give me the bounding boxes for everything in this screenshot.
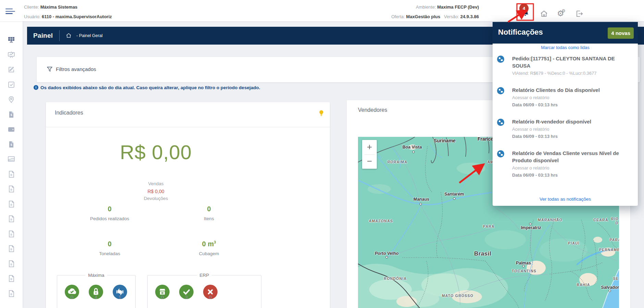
- stat-label: Toneladas: [69, 251, 151, 256]
- notification-date: Data 06/09 - 03:13 hrs: [512, 172, 632, 178]
- notification-title: Pedido:[117751] - CLEYTON SANTANA DE SOU…: [512, 55, 632, 69]
- mark-all-read-link[interactable]: Marcar todas como lidas: [493, 45, 638, 50]
- breadcrumb: - Painel Geral: [76, 33, 102, 38]
- map-city-dot: [609, 290, 611, 292]
- sidebar-item-locations[interactable]: [7, 95, 15, 104]
- map-state-label: RIO G: [611, 217, 619, 221]
- svg-text:$: $: [11, 113, 12, 117]
- offer-version-info: Oferta: MaxGestão plus Versão: 24.9.3.86: [391, 14, 479, 19]
- funnel-icon: [47, 66, 53, 72]
- map-city-dot: [522, 265, 525, 268]
- notification-date: Data 06/09 - 03:13 hrs: [512, 102, 632, 108]
- map-city-label: Salvador: [601, 285, 619, 290]
- vendedores-title: Vendedores: [358, 107, 387, 113]
- page-title: Painel: [33, 32, 53, 39]
- map-state-label: BAHIA: [577, 283, 590, 287]
- zoom-in-button[interactable]: +: [362, 140, 377, 154]
- notification-subtext[interactable]: Acessar o relatório: [512, 165, 632, 171]
- status-count: 4: [89, 294, 103, 300]
- map-city-label: Boa Vista: [402, 145, 422, 150]
- stat-label: Cubagem: [168, 251, 250, 256]
- map-state-label: AMAZONAS: [369, 219, 393, 223]
- filters-label: Filtros avançados: [56, 66, 96, 72]
- notification-date: Data 06/09 - 03:13 hrs: [512, 133, 632, 140]
- map-city-dot: [529, 223, 532, 225]
- notification-subtext: VlAtend: R$679 - %Desc:0 - %Lucr:0.3677: [512, 70, 632, 76]
- notification-item-1[interactable]: Pedido:[117751] - CLEYTON SANTANA DE SOU…: [493, 55, 638, 76]
- edit-icon: [7, 66, 15, 74]
- sidebar-nav: $$: [0, 21, 23, 308]
- sidebar-item-report-9[interactable]: [7, 289, 15, 298]
- user-info: Usuário: 6110 - maxima.SupervisorAutoriz: [24, 14, 112, 19]
- sidebar-item-analytics[interactable]: [7, 155, 15, 163]
- presentation-icon: [7, 51, 15, 59]
- sidebar-item-edit-order[interactable]: [7, 66, 15, 74]
- breadcrumb-home-icon[interactable]: [66, 33, 72, 38]
- sidebar-item-report-4[interactable]: [7, 215, 15, 223]
- notification-item-3[interactable]: Relatório R-vendedor disponívelAcessar o…: [493, 118, 638, 140]
- sidebar-item-billing[interactable]: $: [7, 110, 15, 119]
- document-icon: [7, 200, 15, 208]
- zoom-out-button[interactable]: −: [362, 154, 377, 169]
- notification-count-badge: 4: [519, 3, 529, 13]
- lightbulb-icon[interactable]: [318, 110, 324, 117]
- document-icon: [7, 274, 15, 283]
- invoice-icon: $: [7, 110, 15, 119]
- notification-item-2[interactable]: Relatório Clientes do Dia disponívelAces…: [493, 86, 638, 108]
- stat-label: Pedidos realizados: [69, 216, 151, 221]
- status-count: 0: [155, 294, 170, 300]
- group-erp: ERP030: [147, 273, 261, 308]
- notification-chat-icon: [497, 119, 504, 126]
- client-info: Cliente: Máxima Sistemas: [24, 4, 77, 10]
- sidebar-item-report-2[interactable]: [7, 185, 15, 193]
- status-count: 1: [113, 294, 127, 300]
- document-icon: [7, 245, 15, 253]
- document-icon: [7, 185, 15, 193]
- sidebar-item-report-5[interactable]: [7, 230, 15, 238]
- sidebar-item-report-6[interactable]: [7, 245, 15, 253]
- sidebar-item-tasks[interactable]: [7, 81, 15, 89]
- document-icon: [7, 289, 15, 298]
- map-state-label: MATO GROSSO: [442, 294, 473, 298]
- sidebar-item-wallet[interactable]: [7, 125, 15, 133]
- map-state-label: D: [616, 221, 619, 225]
- notification-item-4[interactable]: Relatório de Vendas Cliente versus Nível…: [493, 150, 638, 178]
- stat-label: Itens: [168, 216, 250, 221]
- indicadores-card: Indicadores R$ 0,00 Vendas R$ 0,00 Devol…: [46, 102, 330, 308]
- notification-subtext[interactable]: Acessar o relatório: [512, 126, 632, 132]
- new-notifications-badge: 4 novas: [608, 27, 634, 39]
- status-count: 3: [179, 294, 194, 300]
- sidebar-item-dashboard[interactable]: [7, 36, 15, 44]
- sidebar-item-report-7[interactable]: [7, 260, 15, 268]
- total-sales-value: R$ 0,00: [87, 141, 224, 164]
- notification-chat-icon: [497, 150, 504, 157]
- map-zoom-control: + −: [362, 140, 377, 169]
- group-legend: ERP: [197, 273, 212, 278]
- document-icon: [7, 215, 15, 223]
- invoice-icon: $: [7, 140, 15, 149]
- sidebar-item-report-3[interactable]: [7, 200, 15, 208]
- hamburger-menu-icon[interactable]: [5, 9, 16, 15]
- area-chart-icon: [7, 155, 15, 163]
- stat-value: 0: [69, 240, 151, 248]
- map-city-dot: [412, 151, 415, 153]
- grid-icon: [7, 36, 15, 44]
- sidebar-item-report-8[interactable]: [7, 274, 15, 283]
- notifications-title: Notificações: [498, 28, 543, 37]
- vendas-label: Vendas: [87, 181, 224, 186]
- logout-icon[interactable]: [575, 10, 583, 18]
- home-icon[interactable]: [540, 10, 548, 18]
- map-country-label: Suriname: [434, 138, 456, 143]
- notification-subtext[interactable]: Acessar o relatório: [512, 94, 632, 101]
- sidebar-item-report-1[interactable]: [7, 170, 15, 178]
- sidebar-item-invoices[interactable]: $: [7, 140, 15, 149]
- notifications-bell-icon[interactable]: 4: [517, 4, 533, 20]
- view-all-notifications-link[interactable]: Ver todas as notificações: [493, 197, 638, 202]
- wallet-icon: [7, 125, 15, 133]
- status-count: 0: [203, 294, 218, 300]
- sidebar-item-presentation[interactable]: [7, 51, 15, 59]
- map-state-label: CEARÁ: [593, 218, 608, 222]
- notifications-header: Notificações 4 novas: [493, 22, 638, 44]
- settings-gears-icon[interactable]: ⚙⚙: [557, 9, 566, 18]
- document-icon: [7, 230, 15, 238]
